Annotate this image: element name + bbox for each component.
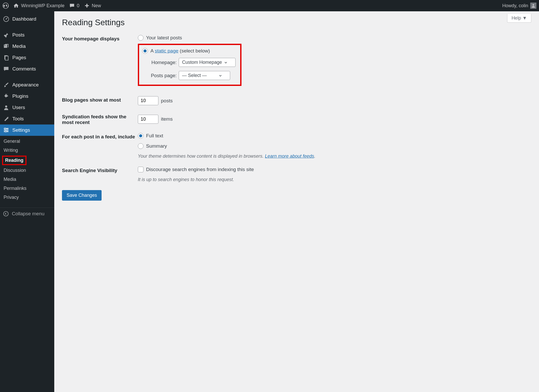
posts-select-value: — Select — xyxy=(182,73,207,78)
wordpress-icon xyxy=(3,3,9,9)
svg-point-3 xyxy=(6,19,7,20)
radio-summary-label: Summary xyxy=(146,143,167,149)
admin-sidebar: Dashboard Posts Media Pages Comments App… xyxy=(0,11,54,392)
submenu-writing[interactable]: Writing xyxy=(0,146,54,155)
wp-logo[interactable] xyxy=(3,3,9,9)
collapse-icon xyxy=(3,211,9,217)
plug-icon xyxy=(3,93,9,99)
sidebar-item-settings[interactable]: Settings xyxy=(0,124,54,136)
sidebar-item-plugins[interactable]: Plugins xyxy=(0,91,54,102)
svg-point-5 xyxy=(5,45,5,46)
help-label: Help xyxy=(511,15,521,21)
chevron-down-icon xyxy=(219,74,222,77)
comments-count: 0 xyxy=(77,3,79,8)
help-tab[interactable]: Help ▼ xyxy=(507,14,531,23)
radio-full-label: Full text xyxy=(146,133,163,139)
svg-rect-11 xyxy=(4,130,8,130)
wrench-icon xyxy=(3,116,9,122)
media-icon xyxy=(3,43,9,49)
comments-link[interactable]: 0 xyxy=(69,3,79,8)
chevron-down-icon xyxy=(224,61,228,64)
sidebar-item-label: Media xyxy=(12,43,26,49)
submenu-privacy[interactable]: Privacy xyxy=(0,193,54,202)
radio-static-label: A static page (select below) xyxy=(150,48,210,54)
submenu-discussion[interactable]: Discussion xyxy=(0,166,54,175)
feed-description: Your theme determines how content is dis… xyxy=(138,154,531,159)
sidebar-item-label: Plugins xyxy=(12,93,28,99)
sidebar-item-tools[interactable]: Tools xyxy=(0,113,54,124)
svg-rect-13 xyxy=(5,128,5,129)
sidebar-item-label: Settings xyxy=(12,127,30,133)
comment-icon xyxy=(69,3,75,8)
blog-pages-label: Blog pages show at most xyxy=(62,96,138,105)
svg-point-16 xyxy=(4,211,8,216)
sidebar-item-label: Dashboard xyxy=(12,16,36,22)
radio-full-text[interactable] xyxy=(138,133,143,139)
syndication-suffix: items xyxy=(161,116,173,122)
syndication-input[interactable] xyxy=(138,115,158,124)
static-page-highlight: A static page (select below) Homepage: C… xyxy=(138,44,241,86)
plus-icon xyxy=(84,3,90,8)
sidebar-item-label: Pages xyxy=(12,55,26,60)
site-name: WinningWP Example xyxy=(21,3,65,8)
sidebar-item-label: Users xyxy=(12,105,25,110)
chevron-down-icon: ▼ xyxy=(522,15,527,21)
submenu-general[interactable]: General xyxy=(0,137,54,146)
sidebar-item-dashboard[interactable]: Dashboard xyxy=(0,13,54,25)
homepage-select-label: Homepage: xyxy=(142,60,177,65)
sidebar-item-label: Tools xyxy=(12,116,24,122)
submenu-media[interactable]: Media xyxy=(0,175,54,184)
static-page-link[interactable]: static page xyxy=(155,48,178,54)
posts-page-select[interactable]: — Select — xyxy=(179,71,230,80)
sidebar-item-label: Appearance xyxy=(12,82,39,88)
sidebar-item-users[interactable]: Users xyxy=(0,102,54,113)
search-visibility-label: Search Engine Visibility xyxy=(62,167,138,182)
search-visibility-text: Discourage search engines from indexing … xyxy=(146,167,254,172)
new-link[interactable]: New xyxy=(84,3,101,8)
avatar xyxy=(530,3,536,9)
sliders-icon xyxy=(3,127,9,133)
blog-pages-suffix: posts xyxy=(161,98,173,104)
pages-icon xyxy=(3,55,9,61)
sidebar-item-appearance[interactable]: Appearance xyxy=(0,79,54,91)
account-link[interactable]: Howdy, colin xyxy=(502,3,536,9)
user-icon xyxy=(531,3,536,8)
blog-pages-input[interactable] xyxy=(138,96,158,105)
sidebar-item-media[interactable]: Media xyxy=(0,41,54,52)
main-content: Help ▼ Reading Settings Your homepage di… xyxy=(54,11,539,392)
submenu-permalinks[interactable]: Permalinks xyxy=(0,184,54,193)
homepage-select-value: Custom Homepage xyxy=(182,60,222,65)
radio-summary[interactable] xyxy=(138,143,143,149)
howdy-text: Howdy, colin xyxy=(502,3,528,8)
sidebar-item-pages[interactable]: Pages xyxy=(0,52,54,63)
sidebar-item-label: Posts xyxy=(12,32,25,38)
submenu-reading[interactable]: Reading xyxy=(2,156,26,165)
radio-latest-label: Your latest posts xyxy=(146,35,182,41)
svg-rect-4 xyxy=(4,44,7,48)
homepage-displays-label: Your homepage displays xyxy=(62,35,138,86)
search-visibility-checkbox[interactable] xyxy=(138,167,143,172)
svg-point-9 xyxy=(5,105,7,108)
site-link[interactable]: WinningWP Example xyxy=(13,3,65,8)
page-title: Reading Settings xyxy=(62,11,531,35)
radio-latest-posts[interactable] xyxy=(138,35,143,41)
svg-rect-15 xyxy=(5,131,6,132)
syndication-label: Syndication feeds show the most recent xyxy=(62,113,138,125)
comment-icon xyxy=(3,66,9,72)
settings-submenu: General Writing Reading Discussion Media… xyxy=(0,136,54,204)
svg-point-1 xyxy=(533,4,534,6)
pin-icon xyxy=(3,32,9,38)
collapse-menu[interactable]: Collapse menu xyxy=(0,208,54,220)
save-changes-button[interactable]: Save Changes xyxy=(62,190,102,201)
collapse-label: Collapse menu xyxy=(12,211,44,217)
new-label: New xyxy=(92,3,101,8)
homepage-select[interactable]: Custom Homepage xyxy=(179,58,236,67)
svg-rect-7 xyxy=(5,56,8,60)
sidebar-item-label: Comments xyxy=(12,66,36,72)
sidebar-item-posts[interactable]: Posts xyxy=(0,29,54,41)
brush-icon xyxy=(3,82,9,88)
learn-feeds-link[interactable]: Learn more about feeds xyxy=(265,154,314,159)
sidebar-item-comments[interactable]: Comments xyxy=(0,63,54,75)
search-visibility-desc: It is up to search engines to honor this… xyxy=(138,177,531,182)
radio-static-page[interactable] xyxy=(142,48,148,54)
